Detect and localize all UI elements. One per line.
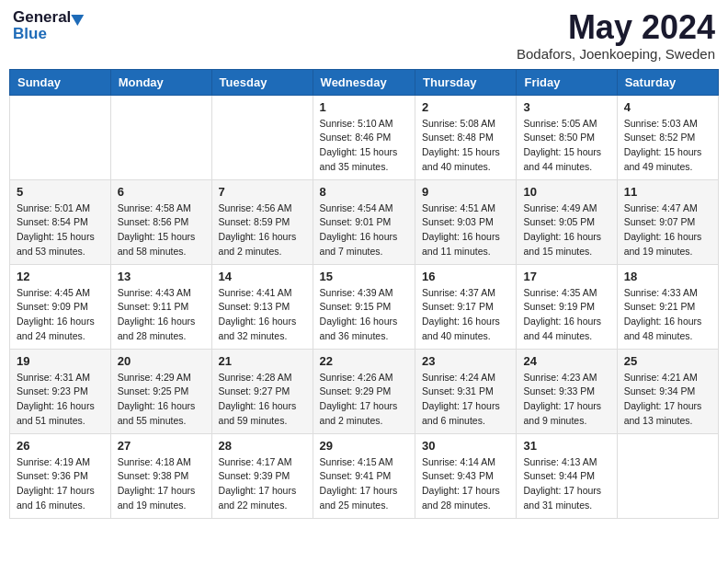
day-number: 13: [118, 270, 205, 283]
day-number: 20: [118, 354, 205, 368]
day-number: 24: [523, 354, 609, 368]
calendar-cell: 19Sunrise: 4:31 AMSunset: 9:23 PMDayligh…: [10, 349, 111, 433]
day-of-week-header: Friday: [517, 69, 617, 95]
day-info: Sunrise: 4:37 AMSunset: 9:17 PMDaylight:…: [422, 286, 509, 344]
day-info: Sunrise: 4:26 AMSunset: 9:29 PMDaylight:…: [320, 371, 408, 429]
day-info: Sunrise: 4:51 AMSunset: 9:03 PMDaylight:…: [422, 201, 509, 259]
day-info: Sunrise: 4:28 AMSunset: 9:27 PMDaylight:…: [219, 371, 306, 429]
day-info: Sunrise: 4:24 AMSunset: 9:31 PMDaylight:…: [422, 371, 509, 429]
day-number: 9: [422, 185, 509, 199]
day-number: 17: [523, 270, 609, 283]
calendar-week-row: 1Sunrise: 5:10 AMSunset: 8:46 PMDaylight…: [10, 95, 719, 179]
day-number: 30: [422, 439, 509, 453]
calendar-cell: 23Sunrise: 4:24 AMSunset: 9:31 PMDayligh…: [415, 349, 517, 433]
day-number: 21: [219, 354, 306, 368]
calendar-cell: 11Sunrise: 4:47 AMSunset: 9:07 PMDayligh…: [617, 179, 718, 264]
calendar-cell: 22Sunrise: 4:26 AMSunset: 9:29 PMDayligh…: [313, 349, 415, 433]
day-info: Sunrise: 4:49 AMSunset: 9:05 PMDaylight:…: [523, 201, 609, 259]
calendar-cell: 30Sunrise: 4:14 AMSunset: 9:43 PMDayligh…: [415, 433, 517, 518]
calendar-cell: 8Sunrise: 4:54 AMSunset: 9:01 PMDaylight…: [313, 179, 415, 264]
day-number: 28: [219, 439, 306, 453]
day-info: Sunrise: 4:18 AMSunset: 9:38 PMDaylight:…: [118, 455, 205, 513]
location-title: Bodafors, Joenkoeping, Sweden: [517, 46, 715, 62]
calendar-cell: 29Sunrise: 4:15 AMSunset: 9:41 PMDayligh…: [313, 433, 415, 518]
month-title: May 2024: [517, 9, 715, 46]
day-info: Sunrise: 5:10 AMSunset: 8:46 PMDaylight:…: [320, 117, 408, 175]
day-number: 5: [17, 185, 104, 199]
calendar-cell: 14Sunrise: 4:41 AMSunset: 9:13 PMDayligh…: [211, 264, 313, 349]
calendar-cell: 20Sunrise: 4:29 AMSunset: 9:25 PMDayligh…: [110, 349, 211, 433]
calendar-cell: 1Sunrise: 5:10 AMSunset: 8:46 PMDaylight…: [313, 95, 415, 179]
logo-blue-text: Blue: [13, 25, 47, 42]
calendar-cell: [617, 433, 718, 518]
calendar-cell: 7Sunrise: 4:56 AMSunset: 8:59 PMDaylight…: [211, 179, 313, 264]
calendar-cell: 25Sunrise: 4:21 AMSunset: 9:34 PMDayligh…: [617, 349, 718, 433]
calendar-cell: 26Sunrise: 4:19 AMSunset: 9:36 PMDayligh…: [10, 433, 111, 518]
day-number: 10: [523, 185, 609, 199]
day-info: Sunrise: 4:54 AMSunset: 9:01 PMDaylight:…: [320, 201, 408, 259]
day-number: 27: [118, 439, 205, 453]
day-number: 11: [624, 185, 711, 199]
calendar-cell: [110, 95, 211, 179]
day-number: 29: [320, 439, 408, 453]
calendar-cell: 17Sunrise: 4:35 AMSunset: 9:19 PMDayligh…: [517, 264, 617, 349]
day-of-week-header: Saturday: [617, 69, 718, 95]
day-info: Sunrise: 4:47 AMSunset: 9:07 PMDaylight:…: [624, 201, 711, 259]
calendar-cell: 4Sunrise: 5:03 AMSunset: 8:52 PMDaylight…: [617, 95, 718, 179]
day-info: Sunrise: 4:45 AMSunset: 9:09 PMDaylight:…: [17, 286, 104, 344]
day-info: Sunrise: 4:21 AMSunset: 9:34 PMDaylight:…: [624, 371, 711, 429]
calendar-cell: 16Sunrise: 4:37 AMSunset: 9:17 PMDayligh…: [415, 264, 517, 349]
day-info: Sunrise: 4:13 AMSunset: 9:44 PMDaylight:…: [523, 455, 609, 513]
day-number: 26: [17, 439, 104, 453]
day-number: 7: [219, 185, 306, 199]
calendar-cell: 9Sunrise: 4:51 AMSunset: 9:03 PMDaylight…: [415, 179, 517, 264]
day-number: 18: [624, 270, 711, 283]
calendar-cell: 31Sunrise: 4:13 AMSunset: 9:44 PMDayligh…: [517, 433, 617, 518]
day-info: Sunrise: 4:35 AMSunset: 9:19 PMDaylight:…: [523, 286, 609, 344]
calendar-cell: 15Sunrise: 4:39 AMSunset: 9:15 PMDayligh…: [313, 264, 415, 349]
day-info: Sunrise: 4:19 AMSunset: 9:36 PMDaylight:…: [17, 455, 104, 513]
day-number: 16: [422, 270, 509, 283]
calendar-cell: 12Sunrise: 4:45 AMSunset: 9:09 PMDayligh…: [10, 264, 111, 349]
logo-triangle-icon: [72, 8, 87, 25]
calendar-cell: 10Sunrise: 4:49 AMSunset: 9:05 PMDayligh…: [517, 179, 617, 264]
day-info: Sunrise: 4:43 AMSunset: 9:11 PMDaylight:…: [118, 286, 205, 344]
day-number: 22: [320, 354, 408, 368]
calendar-cell: 13Sunrise: 4:43 AMSunset: 9:11 PMDayligh…: [110, 264, 211, 349]
calendar-cell: 28Sunrise: 4:17 AMSunset: 9:39 PMDayligh…: [211, 433, 313, 518]
day-info: Sunrise: 5:08 AMSunset: 8:48 PMDaylight:…: [422, 117, 509, 175]
day-info: Sunrise: 4:39 AMSunset: 9:15 PMDaylight:…: [320, 286, 408, 344]
day-info: Sunrise: 4:31 AMSunset: 9:23 PMDaylight:…: [17, 371, 104, 429]
day-info: Sunrise: 4:14 AMSunset: 9:43 PMDaylight:…: [422, 455, 509, 513]
calendar-cell: 27Sunrise: 4:18 AMSunset: 9:38 PMDayligh…: [110, 433, 211, 518]
day-number: 19: [17, 354, 104, 368]
day-info: Sunrise: 4:56 AMSunset: 8:59 PMDaylight:…: [219, 201, 306, 259]
day-of-week-header: Tuesday: [211, 69, 313, 95]
calendar-cell: [10, 95, 111, 179]
title-block: May 2024 Bodafors, Joenkoeping, Sweden: [517, 9, 715, 62]
day-info: Sunrise: 5:03 AMSunset: 8:52 PMDaylight:…: [624, 117, 711, 175]
calendar-header-row: SundayMondayTuesdayWednesdayThursdayFrid…: [10, 69, 719, 95]
calendar-cell: 21Sunrise: 4:28 AMSunset: 9:27 PMDayligh…: [211, 349, 313, 433]
day-info: Sunrise: 4:23 AMSunset: 9:33 PMDaylight:…: [523, 371, 609, 429]
day-number: 14: [219, 270, 306, 283]
day-info: Sunrise: 4:58 AMSunset: 8:56 PMDaylight:…: [118, 201, 205, 259]
day-number: 1: [320, 100, 408, 114]
day-number: 6: [118, 185, 205, 199]
day-info: Sunrise: 4:17 AMSunset: 9:39 PMDaylight:…: [219, 455, 306, 513]
logo-general-text: General: [13, 9, 71, 25]
day-info: Sunrise: 4:41 AMSunset: 9:13 PMDaylight:…: [219, 286, 306, 344]
calendar-cell: 5Sunrise: 5:01 AMSunset: 8:54 PMDaylight…: [10, 179, 111, 264]
logo: General Blue: [13, 9, 85, 43]
day-number: 3: [523, 100, 609, 114]
day-number: 4: [624, 100, 711, 114]
calendar-cell: [211, 95, 313, 179]
day-number: 23: [422, 354, 509, 368]
page-header: General Blue May 2024 Bodafors, Joenkoep…: [9, 9, 719, 62]
calendar-cell: 18Sunrise: 4:33 AMSunset: 9:21 PMDayligh…: [617, 264, 718, 349]
calendar-cell: 2Sunrise: 5:08 AMSunset: 8:48 PMDaylight…: [415, 95, 517, 179]
calendar-cell: 6Sunrise: 4:58 AMSunset: 8:56 PMDaylight…: [110, 179, 211, 264]
day-info: Sunrise: 4:29 AMSunset: 9:25 PMDaylight:…: [118, 371, 205, 429]
day-number: 12: [17, 270, 104, 283]
day-of-week-header: Thursday: [415, 69, 517, 95]
